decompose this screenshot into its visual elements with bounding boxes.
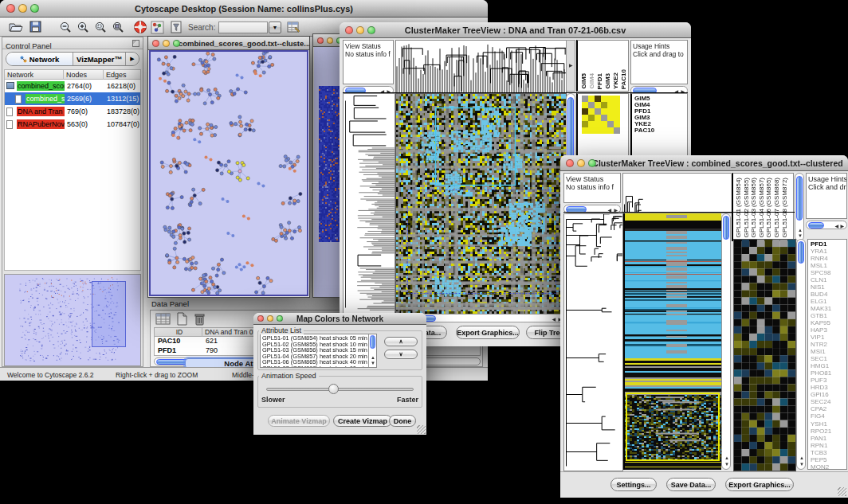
- vizmap-shapes-icon[interactable]: [151, 21, 164, 34]
- tv2-global-heatmap[interactable]: [623, 213, 721, 470]
- matrix-cell[interactable]: [588, 115, 595, 121]
- matrix-cell[interactable]: [607, 127, 614, 134]
- create-vizmap-button[interactable]: Create Vizmap: [333, 415, 392, 427]
- column-header-id[interactable]: ID: [155, 328, 202, 337]
- matrix-cell[interactable]: [614, 127, 620, 134]
- matrix-cell[interactable]: [595, 121, 601, 127]
- close-icon[interactable]: [566, 159, 574, 167]
- tv2-export-graphics-button[interactable]: Export Graphics...: [725, 478, 794, 491]
- matrix-cell[interactable]: [607, 102, 614, 108]
- tv1-global-heatmap[interactable]: [395, 93, 567, 315]
- close-icon[interactable]: [345, 26, 353, 34]
- matrix-cell[interactable]: [614, 115, 620, 121]
- zoom-window-icon[interactable]: [173, 40, 180, 47]
- matrix-cell[interactable]: [601, 108, 607, 115]
- matrix-cell[interactable]: [582, 102, 588, 108]
- tv2-global-vscrollbar[interactable]: ▲▼: [721, 213, 731, 470]
- tab-network[interactable]: Network: [6, 53, 73, 65]
- matrix-cell[interactable]: [582, 121, 588, 127]
- overview-canvas[interactable]: [5, 275, 140, 365]
- close-icon[interactable]: [152, 40, 159, 47]
- minimize-icon[interactable]: [356, 26, 364, 34]
- tv2-row-dendrogram[interactable]: [563, 213, 623, 471]
- save-icon[interactable]: [29, 21, 42, 33]
- zoom-selected-icon[interactable]: [94, 21, 108, 34]
- close-icon[interactable]: [317, 37, 324, 44]
- network1-canvas[interactable]: [151, 52, 307, 295]
- network1-view[interactable]: [149, 50, 308, 296]
- matrix-cell[interactable]: [595, 127, 601, 134]
- matrix-cell[interactable]: [601, 102, 607, 108]
- network-overview-panel[interactable]: [4, 274, 141, 366]
- tv2-settings-button[interactable]: Settings...: [610, 478, 657, 491]
- network-list-row[interactable]: combined_sco2569(6)13112(15): [5, 92, 140, 105]
- matrix-cell[interactable]: [595, 96, 601, 102]
- minimize-icon[interactable]: [577, 159, 585, 167]
- matrix-cell[interactable]: [614, 102, 620, 108]
- matrix-cell[interactable]: [588, 96, 595, 102]
- filter-doc-icon[interactable]: [170, 21, 183, 34]
- close-icon[interactable]: [6, 4, 15, 13]
- dialog-resize-grip[interactable]: [417, 425, 426, 434]
- matrix-cell[interactable]: [595, 102, 601, 108]
- tv2-save-data-button[interactable]: Save Data...: [666, 478, 716, 491]
- tv2-column-dendrogram[interactable]: [622, 173, 732, 213]
- treeview1-titlebar[interactable]: ClusterMaker TreeView : DNA and Tran 07-…: [340, 22, 691, 38]
- zoom-fit-icon[interactable]: [112, 21, 125, 34]
- delete-attribute-icon[interactable]: [194, 312, 206, 326]
- matrix-cell[interactable]: [588, 121, 595, 127]
- matrix-cell[interactable]: [595, 115, 601, 121]
- matrix-cell[interactable]: [588, 108, 595, 115]
- tab-vizmapper[interactable]: VizMapper™: [73, 53, 126, 65]
- matrix-cell[interactable]: [588, 102, 595, 108]
- matrix-cell[interactable]: [582, 127, 588, 134]
- minimize-icon[interactable]: [163, 40, 170, 47]
- minimize-icon[interactable]: [327, 37, 333, 44]
- tv2-resize-grip[interactable]: [838, 487, 846, 496]
- minimize-icon[interactable]: [18, 4, 27, 13]
- matrix-cell[interactable]: [614, 96, 620, 102]
- zoom-out-icon[interactable]: [59, 21, 73, 34]
- table-edit-icon[interactable]: [287, 21, 301, 34]
- attribute-list-item[interactable]: GPL51-07 (GSM868) heat shock 60 min: [262, 365, 376, 368]
- zoom-window-icon[interactable]: [588, 159, 596, 167]
- matrix-cell[interactable]: [607, 115, 614, 121]
- matrix-cell[interactable]: [601, 127, 607, 134]
- minimize-icon[interactable]: [267, 315, 273, 322]
- treeview2-titlebar[interactable]: ClusterMaker TreeView : combined_scores_…: [560, 155, 848, 171]
- new-attribute-icon[interactable]: [176, 312, 188, 326]
- close-icon[interactable]: [257, 315, 264, 322]
- matrix-cell[interactable]: [614, 121, 620, 127]
- matrix-cell[interactable]: [582, 96, 588, 102]
- tv2-column-labels-scrollbar[interactable]: ▲▼: [795, 173, 804, 241]
- tv1-row-dendrogram[interactable]: [343, 93, 395, 315]
- matrix-cell[interactable]: [607, 96, 614, 102]
- tv1-column-dendrogram[interactable]: [395, 40, 567, 93]
- matrix-cell[interactable]: [588, 127, 595, 134]
- matrix-cell[interactable]: [582, 108, 588, 115]
- matrix-cell[interactable]: [614, 108, 620, 115]
- zoom-in-icon[interactable]: [77, 21, 90, 34]
- zoom-window-icon[interactable]: [367, 26, 375, 34]
- matrix-cell[interactable]: [607, 121, 614, 127]
- tab-overflow-arrow[interactable]: ▶: [126, 53, 139, 65]
- matrix-cell[interactable]: [601, 96, 607, 102]
- search-dropdown-button[interactable]: ▼: [269, 21, 281, 33]
- move-attribute-up-button[interactable]: ∧: [384, 337, 418, 346]
- attribute-list[interactable]: GPL51-01 (GSM854) heat shock 05 minGPL51…: [260, 334, 377, 368]
- slider-thumb[interactable]: [328, 384, 339, 394]
- tv2-zoom-vscrollbar[interactable]: ▲▼: [796, 239, 806, 470]
- matrix-cell[interactable]: [595, 108, 601, 115]
- network-list-row[interactable]: RNAPuberNov2+563(0)107847(0): [5, 118, 140, 131]
- attribute-list-scrollbar[interactable]: ▲▼: [368, 334, 376, 367]
- open-folder-icon[interactable]: [8, 21, 24, 33]
- matrix-cell[interactable]: [607, 108, 614, 115]
- network1-titlebar[interactable]: combined_scores_good.txt--cluste...: [148, 37, 309, 50]
- table-grid-icon[interactable]: [155, 313, 171, 325]
- matrix-cell[interactable]: [582, 115, 588, 121]
- tv1-export-graphics-button[interactable]: Export Graphics...: [456, 326, 520, 339]
- network-list-row[interactable]: DNA and Tran 07769(0)183728(0): [5, 105, 140, 118]
- dialog-titlebar[interactable]: Map Colors to Network: [253, 313, 426, 325]
- float-panel-icon[interactable]: [132, 40, 139, 47]
- tv2-usage-hints-scrollbar[interactable]: ◀▶: [806, 221, 847, 229]
